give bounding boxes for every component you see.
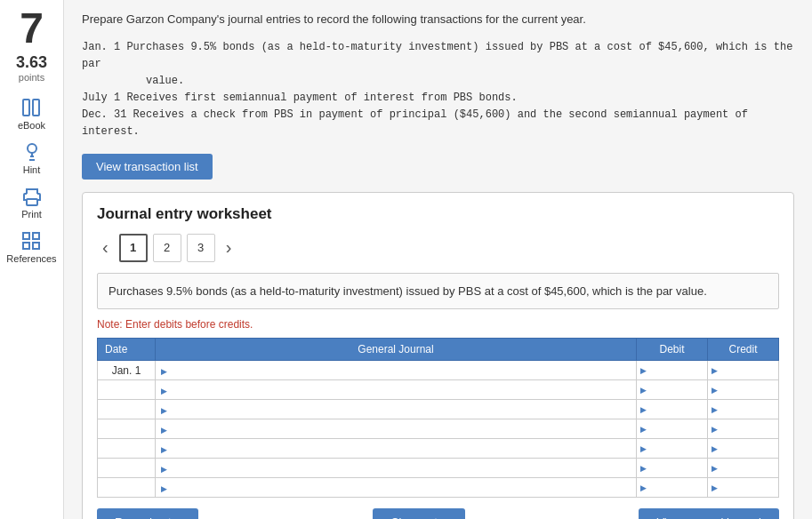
hint-label: Hint bbox=[23, 164, 41, 175]
credit-field-5[interactable] bbox=[725, 443, 773, 455]
col-header-gj: General Journal bbox=[156, 339, 637, 361]
debit-field-4[interactable] bbox=[654, 423, 702, 435]
credit-input-4[interactable] bbox=[708, 419, 779, 439]
credit-field-3[interactable] bbox=[725, 403, 773, 416]
svg-rect-7 bbox=[33, 243, 39, 249]
transaction-line-4: Dec. 31 Receives a check from PBS in pay… bbox=[82, 107, 794, 140]
sidebar-item-references[interactable]: References bbox=[6, 230, 56, 264]
debit-field-3[interactable] bbox=[654, 403, 702, 416]
debit-input-4[interactable] bbox=[637, 419, 708, 439]
gj-field-3[interactable] bbox=[171, 403, 593, 416]
gj-input-2[interactable] bbox=[156, 380, 637, 400]
gj-field-6[interactable] bbox=[171, 462, 593, 475]
credit-input-2[interactable] bbox=[708, 380, 779, 400]
gj-input-7[interactable] bbox=[156, 478, 637, 498]
col-header-date: Date bbox=[98, 339, 156, 361]
credit-field-7[interactable] bbox=[725, 482, 773, 494]
view-general-journal-button[interactable]: View general journal bbox=[639, 508, 779, 519]
svg-rect-3 bbox=[27, 199, 37, 205]
date-cell-4 bbox=[98, 419, 156, 439]
date-cell-2 bbox=[98, 380, 156, 400]
table-row bbox=[98, 439, 779, 459]
record-entry-button[interactable]: Record entry bbox=[97, 508, 198, 519]
gj-field-1[interactable] bbox=[171, 364, 593, 377]
points-sub: points bbox=[19, 72, 44, 83]
credit-input-5[interactable] bbox=[708, 439, 779, 459]
clear-entry-button[interactable]: Clear entry bbox=[373, 508, 465, 519]
gj-input-4[interactable] bbox=[156, 419, 637, 439]
debit-input-6[interactable] bbox=[637, 459, 708, 478]
debit-field-2[interactable] bbox=[654, 384, 702, 396]
credit-input-7[interactable] bbox=[708, 478, 779, 498]
references-label: References bbox=[6, 253, 56, 264]
main-content: Prepare Garzon Company's journal entries… bbox=[64, 0, 812, 519]
page-prev-button[interactable]: ‹ bbox=[97, 236, 114, 260]
gj-field-2[interactable] bbox=[171, 384, 593, 396]
ebook-label: eBook bbox=[18, 120, 45, 131]
gj-input-5[interactable] bbox=[156, 439, 637, 459]
view-transaction-button[interactable]: View transaction list bbox=[82, 154, 213, 180]
print-icon bbox=[21, 186, 43, 207]
debit-input-2[interactable] bbox=[637, 380, 708, 400]
action-buttons: Record entry Clear entry View general jo… bbox=[97, 508, 779, 519]
debit-field-7[interactable] bbox=[654, 482, 702, 494]
question-text: Prepare Garzon Company's journal entries… bbox=[82, 11, 794, 28]
date-cell-1: Jan. 1 bbox=[98, 361, 156, 380]
lightbulb-icon bbox=[21, 141, 43, 163]
svg-rect-6 bbox=[23, 243, 29, 249]
worksheet-title: Journal entry worksheet bbox=[97, 205, 779, 223]
pagination: ‹ 1 2 3 › bbox=[97, 234, 779, 262]
info-box: Purchases 9.5% bonds (as a held-to-matur… bbox=[97, 273, 779, 310]
date-cell-6 bbox=[98, 459, 156, 478]
svg-point-2 bbox=[28, 144, 36, 153]
gj-field-7[interactable] bbox=[171, 482, 593, 494]
credit-input-3[interactable] bbox=[708, 400, 779, 419]
question-number: 7 bbox=[20, 7, 44, 50]
debit-field-6[interactable] bbox=[654, 462, 702, 475]
svg-rect-4 bbox=[23, 233, 29, 239]
gj-input-6[interactable] bbox=[156, 459, 637, 478]
gj-input-3[interactable] bbox=[156, 400, 637, 419]
points-value: 3.63 bbox=[16, 53, 47, 72]
sidebar-item-hint[interactable]: Hint bbox=[21, 141, 43, 175]
worksheet-card: Journal entry worksheet ‹ 1 2 3 › Purcha… bbox=[82, 192, 794, 519]
page-3-button[interactable]: 3 bbox=[187, 234, 215, 262]
svg-rect-0 bbox=[23, 100, 29, 116]
credit-input-6[interactable] bbox=[708, 459, 779, 478]
table-row bbox=[98, 380, 779, 400]
debit-input-1[interactable] bbox=[637, 361, 708, 380]
page-1-button[interactable]: 1 bbox=[119, 234, 148, 262]
grid-icon bbox=[20, 230, 42, 252]
table-row: Jan. 1 bbox=[98, 361, 779, 380]
table-row bbox=[98, 400, 779, 419]
transaction-line-3: July 1 Receives first semiannual payment… bbox=[82, 90, 794, 107]
transaction-line-2: value. bbox=[82, 73, 794, 90]
credit-field-4[interactable] bbox=[725, 423, 773, 435]
transaction-lines: Jan. 1 Purchases 9.5% bonds (as a held-t… bbox=[82, 39, 794, 141]
credit-field-6[interactable] bbox=[725, 462, 773, 475]
transaction-line-1: Jan. 1 Purchases 9.5% bonds (as a held-t… bbox=[82, 39, 794, 73]
book-icon bbox=[20, 97, 42, 118]
col-header-debit: Debit bbox=[637, 339, 708, 361]
gj-input-1[interactable] bbox=[156, 361, 637, 380]
debit-input-3[interactable] bbox=[637, 400, 708, 419]
sidebar: 7 3.63 points eBook Hint Print Referen bbox=[0, 0, 64, 519]
debit-input-5[interactable] bbox=[637, 439, 708, 459]
journal-table: Date General Journal Debit Credit Jan. 1 bbox=[97, 338, 779, 498]
table-row bbox=[98, 419, 779, 439]
gj-field-5[interactable] bbox=[171, 443, 593, 455]
date-cell-5 bbox=[98, 439, 156, 459]
credit-field-1[interactable] bbox=[725, 364, 773, 377]
svg-rect-5 bbox=[33, 233, 39, 239]
date-cell-7 bbox=[98, 478, 156, 498]
debit-field-5[interactable] bbox=[654, 443, 702, 455]
sidebar-item-ebook[interactable]: eBook bbox=[18, 97, 45, 131]
credit-input-1[interactable] bbox=[708, 361, 779, 380]
debit-input-7[interactable] bbox=[637, 478, 708, 498]
debit-field-1[interactable] bbox=[654, 364, 702, 377]
sidebar-item-print[interactable]: Print bbox=[21, 186, 43, 220]
gj-field-4[interactable] bbox=[171, 423, 593, 435]
page-next-button[interactable]: › bbox=[221, 236, 237, 260]
page-2-button[interactable]: 2 bbox=[153, 234, 181, 262]
credit-field-2[interactable] bbox=[725, 384, 773, 396]
